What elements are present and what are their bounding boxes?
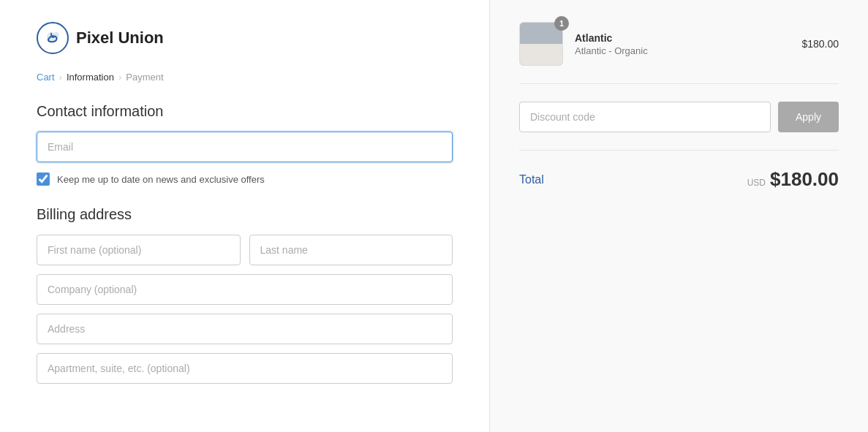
right-panel: 1 Atlantic Atlantic - Organic $180.00 Ap… (490, 0, 868, 432)
company-field[interactable] (37, 274, 453, 305)
product-info: Atlantic Atlantic - Organic (575, 32, 790, 56)
logo: Pixel Union (37, 22, 453, 54)
billing-section: Billing address (37, 206, 453, 384)
total-currency: USD (747, 178, 766, 188)
left-panel: Pixel Union Cart › Information › Payment… (0, 0, 490, 432)
total-label: Total (519, 173, 544, 186)
breadcrumb-sep-1: › (59, 72, 62, 83)
product-name: Atlantic (575, 32, 790, 44)
newsletter-checkbox[interactable] (37, 173, 50, 186)
product-badge: 1 (554, 16, 569, 31)
discount-input[interactable] (519, 102, 771, 132)
breadcrumb-information: Information (67, 72, 114, 83)
product-image-inner (520, 23, 562, 65)
product-price: $180.00 (801, 38, 839, 50)
product-variant: Atlantic - Organic (575, 45, 790, 56)
billing-title: Billing address (37, 206, 453, 223)
email-field[interactable] (37, 132, 453, 162)
first-name-field[interactable] (37, 235, 241, 265)
company-row (37, 274, 453, 305)
apartment-field[interactable] (37, 353, 453, 384)
breadcrumb-sep-2: › (118, 72, 121, 83)
breadcrumb: Cart › Information › Payment (37, 72, 453, 83)
product-row: 1 Atlantic Atlantic - Organic $180.00 (519, 22, 839, 84)
total-amount: $180.00 (770, 168, 839, 191)
apply-button[interactable]: Apply (778, 102, 839, 132)
breadcrumb-payment: Payment (126, 72, 163, 83)
address-field[interactable] (37, 314, 453, 344)
contact-title: Contact information (37, 103, 453, 120)
newsletter-row: Keep me up to date on news and exclusive… (37, 173, 453, 186)
apartment-row (37, 353, 453, 384)
product-image-wrapper: 1 (519, 22, 563, 66)
logo-text: Pixel Union (76, 29, 164, 48)
breadcrumb-cart[interactable]: Cart (37, 72, 55, 83)
total-amount-wrapper: USD $180.00 (747, 168, 839, 191)
logo-icon (37, 22, 69, 54)
img-bottom (520, 44, 562, 65)
name-row (37, 235, 453, 265)
total-row: Total USD $180.00 (519, 168, 839, 191)
address-row (37, 314, 453, 344)
last-name-field[interactable] (249, 235, 453, 265)
newsletter-label[interactable]: Keep me up to date on news and exclusive… (57, 174, 265, 185)
discount-row: Apply (519, 102, 839, 151)
